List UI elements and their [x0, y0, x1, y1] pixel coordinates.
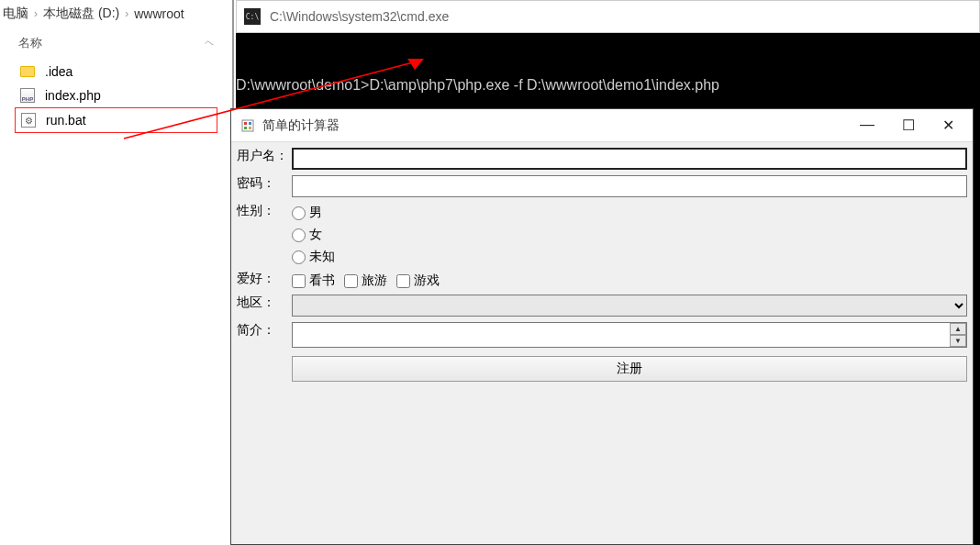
- region-select[interactable]: [292, 295, 967, 317]
- spinner-up-icon[interactable]: ▲: [950, 323, 966, 335]
- spinner-down-icon[interactable]: ▼: [950, 335, 966, 347]
- cmd-title: C:\Windows\system32\cmd.exe: [270, 9, 449, 24]
- username-label: 用户名：: [237, 148, 292, 164]
- radio-input[interactable]: [292, 250, 306, 264]
- file-explorer: 电脑 › 本地磁盘 (D:) › wwwroot 名称 ヘ .idea PHP …: [0, 0, 234, 545]
- intro-textarea[interactable]: [292, 322, 967, 348]
- maximize-button[interactable]: ☐: [902, 117, 915, 134]
- intro-label: 简介：: [237, 322, 292, 339]
- breadcrumb-item[interactable]: wwwroot: [134, 6, 184, 21]
- spinner-buttons: ▲ ▼: [950, 323, 966, 347]
- app-title: 简单的计算器: [262, 117, 340, 134]
- svg-rect-2: [242, 120, 253, 131]
- file-name: index.php: [45, 88, 101, 103]
- cmd-line: D:\wwwroot\demo1>D:\amp\php7\php.exe -f …: [236, 72, 980, 94]
- file-list: .idea PHP index.php ⚙ run.bat: [0, 56, 232, 137]
- chevron-right-icon: ›: [125, 7, 128, 20]
- file-name: run.bat: [46, 113, 86, 128]
- hobby-checkbox-travel[interactable]: 旅游: [344, 272, 387, 289]
- password-label: 密码：: [237, 175, 292, 192]
- region-label: 地区：: [237, 295, 292, 311]
- checkbox-input[interactable]: [292, 274, 306, 288]
- breadcrumb[interactable]: 电脑 › 本地磁盘 (D:) › wwwroot: [0, 0, 232, 28]
- submit-button[interactable]: 注册: [292, 356, 967, 382]
- minimize-button[interactable]: —: [860, 117, 874, 134]
- checkbox-input[interactable]: [396, 274, 410, 288]
- file-item-folder[interactable]: .idea: [15, 60, 217, 83]
- app-window: 简单的计算器 — ☐ ✕ 用户名： 密码： 性别： 男 女 未知 爱好： 看书: [230, 108, 974, 545]
- file-item-php[interactable]: PHP index.php: [15, 83, 217, 107]
- password-input[interactable]: [292, 175, 967, 197]
- app-titlebar[interactable]: 简单的计算器 — ☐ ✕: [231, 109, 973, 142]
- chevron-right-icon: ›: [34, 7, 38, 20]
- file-name: .idea: [45, 64, 72, 79]
- gender-radio-male[interactable]: 男: [292, 205, 967, 221]
- gender-label: 性别：: [237, 203, 292, 219]
- sort-caret-icon: ヘ: [205, 37, 214, 50]
- hobby-checkbox-reading[interactable]: 看书: [292, 272, 335, 289]
- cmd-icon: C:\: [244, 8, 261, 25]
- checkbox-input[interactable]: [344, 274, 358, 288]
- column-name-label: 名称: [18, 35, 42, 51]
- svg-rect-4: [249, 122, 251, 125]
- cmd-titlebar[interactable]: C:\ C:\Windows\system32\cmd.exe: [236, 0, 980, 33]
- hobby-label: 爱好：: [237, 271, 292, 287]
- gender-radio-female[interactable]: 女: [292, 227, 967, 243]
- window-controls: — ☐ ✕: [860, 117, 963, 134]
- hobby-checkbox-games[interactable]: 游戏: [396, 272, 440, 289]
- app-icon: [240, 118, 255, 133]
- app-body: 用户名： 密码： 性别： 男 女 未知 爱好： 看书 旅游 游戏 地区：: [231, 142, 973, 544]
- php-file-icon: PHP: [19, 87, 36, 104]
- breadcrumb-item[interactable]: 本地磁盘 (D:): [43, 6, 119, 22]
- close-button[interactable]: ✕: [942, 117, 954, 134]
- radio-input[interactable]: [292, 228, 306, 242]
- svg-rect-6: [249, 127, 251, 129]
- folder-icon: [19, 63, 36, 80]
- radio-input[interactable]: [292, 206, 306, 220]
- svg-rect-5: [244, 127, 247, 129]
- gender-radio-unknown[interactable]: 未知: [292, 249, 967, 265]
- bat-file-icon: ⚙: [20, 112, 37, 128]
- breadcrumb-item[interactable]: 电脑: [3, 6, 28, 22]
- username-input[interactable]: [292, 148, 967, 170]
- file-item-bat[interactable]: ⚙ run.bat: [15, 107, 217, 133]
- svg-rect-3: [244, 122, 247, 125]
- column-header[interactable]: 名称 ヘ: [0, 28, 232, 56]
